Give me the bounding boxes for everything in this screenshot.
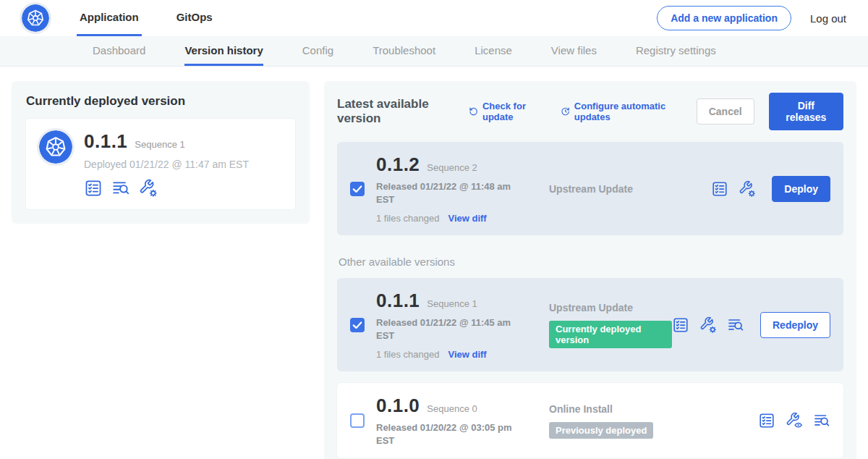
edit-config-icon[interactable] [139,179,158,198]
edit-config-icon[interactable] [739,180,756,198]
view-files-icon[interactable] [727,316,744,334]
subnav-troubleshoot[interactable]: Troubleshoot [373,36,435,66]
add-new-application-button[interactable]: Add a new application [657,6,791,30]
edit-config-icon[interactable] [699,316,717,334]
top-nav: Application GitOps Add a new application… [0,0,868,36]
currently-deployed-badge: Currently deployed version [549,321,672,348]
released-timestamp: Released 01/20/22 @ 03:05 pm EST [376,421,521,447]
subnav-config[interactable]: Config [302,36,333,66]
logout-button[interactable]: Log out [810,12,846,25]
version-row-0-1-0: 0.1.0 Sequence 0 Released 01/20/22 @ 03:… [337,383,843,458]
released-timestamp: Released 01/21/22 @ 11:48 am EST [376,180,521,206]
files-changed-label: 1 files changed [376,349,439,360]
deployed-version-number: 0.1.1 [84,130,127,153]
app-kubernetes-logo-icon [39,130,72,164]
deployed-version-card: 0.1.1 Sequence 1 Deployed 01/21/22 @ 11:… [26,119,295,209]
version-number: 0.1.1 [376,290,420,312]
checkmark-icon [351,182,364,195]
auto-update-clock-icon [561,106,570,117]
subnav-registry-settings[interactable]: Registry settings [636,36,716,66]
version-source-label: Upstream Update [549,183,711,195]
preflight-checks-icon[interactable] [758,412,775,429]
preflight-checks-icon[interactable] [672,316,689,334]
version-row-0-1-2: 0.1.2 Sequence 2 Released 01/21/22 @ 11:… [337,142,843,235]
subnav-dashboard[interactable]: Dashboard [93,36,145,66]
checkmark-icon [351,319,364,332]
tab-gitops[interactable]: GitOps [174,0,216,36]
check-for-update-label: Check for update [482,101,546,122]
view-diff-link[interactable]: View diff [448,213,486,224]
kubernetes-logo-icon [22,4,49,32]
sequence-label: Sequence 1 [427,298,477,309]
other-versions-title: Other available versions [339,256,842,268]
deploy-button[interactable]: Deploy [772,176,830,202]
version-row-0-1-1: 0.1.1 Sequence 1 Released 01/21/22 @ 11:… [337,278,843,371]
version-number: 0.1.0 [376,395,420,417]
subnav-view-files[interactable]: View files [551,36,597,66]
subnav-license[interactable]: License [475,36,512,66]
released-timestamp: Released 01/21/22 @ 11:45 am EST [376,316,521,342]
preflight-checks-icon[interactable] [711,180,728,198]
diff-releases-button[interactable]: Diff releases [769,93,843,130]
brand-logo[interactable] [22,0,49,36]
tab-application[interactable]: Application [77,0,142,36]
cancel-button[interactable]: Cancel [697,98,754,125]
version-checkbox[interactable] [350,182,365,196]
view-config-icon[interactable] [786,412,803,429]
sequence-label: Sequence 0 [427,403,477,414]
version-checkbox[interactable] [350,413,365,428]
version-history-panel: Latest available version Check for updat… [324,81,856,459]
version-source-label: Online Install [549,403,758,415]
version-number: 0.1.2 [376,153,420,176]
latest-available-title: Latest available version [337,97,453,126]
deployed-timestamp: Deployed 01/21/22 @ 11:47 am EST [84,159,249,170]
view-files-icon[interactable] [111,179,130,198]
version-source-label: Upstream Update [549,302,672,313]
version-checkbox[interactable] [350,318,365,332]
deployed-panel-title: Currently deployed version [26,94,295,109]
configure-automatic-updates-link[interactable]: Configure automatic updates [561,101,682,122]
files-changed-label: 1 files changed [376,213,439,224]
configure-updates-label: Configure automatic updates [574,101,682,122]
preflight-checks-icon[interactable] [84,179,103,198]
subnav-version-history[interactable]: Version history [184,36,263,66]
sequence-label: Sequence 2 [427,162,477,173]
refresh-icon [469,106,478,117]
redeploy-button[interactable]: Redeploy [760,312,830,338]
deployed-sequence-label: Sequence 1 [135,139,184,150]
app-sub-nav: Dashboard Version history Config Trouble… [0,36,868,67]
check-for-update-link[interactable]: Check for update [469,101,546,122]
view-diff-link[interactable]: View diff [448,349,486,360]
currently-deployed-panel: Currently deployed version 0.1.1 Sequenc… [12,81,310,224]
view-files-icon[interactable] [813,412,830,429]
previously-deployed-badge: Previously deployed [549,422,653,439]
